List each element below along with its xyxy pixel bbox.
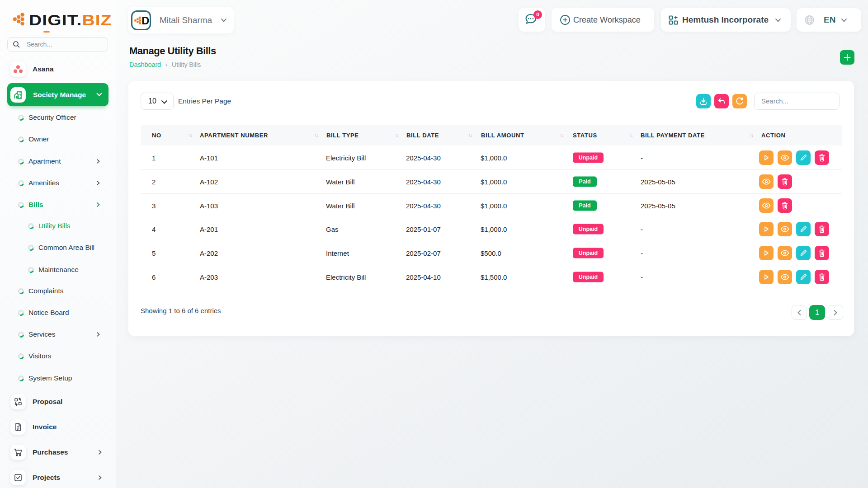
svg-text:D: D <box>142 14 149 27</box>
